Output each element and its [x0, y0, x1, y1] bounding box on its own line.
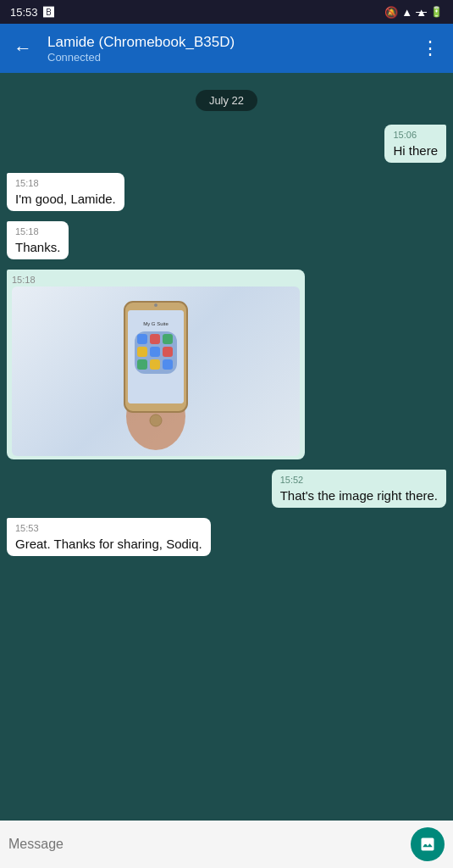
message-time: 15:53 [15, 523, 202, 533]
message-time: 15:18 [12, 275, 300, 285]
contact-name: Lamide (Chromebook_B35D) [47, 34, 406, 51]
message-text: I'm good, Lamide. [15, 190, 116, 208]
status-right: 🔕 ▲ ▲ 🔋 [384, 6, 443, 19]
message-bubble-received: 15:18 Thanks. [7, 221, 69, 259]
svg-rect-11 [137, 359, 147, 370]
svg-rect-12 [150, 359, 160, 370]
app-bar: ← Lamide (Chromebook_B35D) Connected ⋮ [0, 24, 453, 73]
message-text: That's the image right there. [280, 487, 438, 504]
chat-area: July 22 15:06 Hi there 15:18 I'm good, L… [0, 73, 453, 821]
svg-rect-9 [150, 347, 160, 357]
date-badge: July 22 [196, 90, 257, 111]
contact-status: Connected [47, 51, 406, 64]
bluetooth-icon: 🅱 [43, 6, 54, 19]
date-separator: July 22 [7, 90, 446, 111]
status-time: 15:53 [10, 6, 38, 19]
message-time: 15:52 [280, 475, 438, 485]
message-row: 15:52 That's the image right there. [7, 470, 446, 508]
phone-illustration: My G Suite [109, 293, 202, 450]
more-options-button[interactable]: ⋮ [417, 34, 443, 63]
message-bubble-sent: 15:06 Hi there [384, 125, 446, 163]
svg-rect-5 [137, 334, 147, 344]
image-icon [419, 836, 436, 853]
status-left: 15:53 🅱 [10, 6, 54, 19]
svg-rect-7 [163, 334, 173, 344]
status-bar: 15:53 🅱 🔕 ▲ ▲ 🔋 [0, 0, 453, 24]
message-row: 15:18 I'm good, Lamide. [7, 173, 446, 211]
message-text: Great. Thanks for sharing, Sodiq. [15, 535, 202, 553]
svg-rect-10 [163, 347, 173, 357]
svg-point-15 [150, 415, 162, 426]
svg-text:My G Suite: My G Suite [143, 321, 168, 326]
message-row: 15:53 Great. Thanks for sharing, Sodiq. [7, 518, 446, 556]
contact-info: Lamide (Chromebook_B35D) Connected [47, 34, 406, 64]
message-row: 15:18 [7, 270, 446, 459]
svg-rect-13 [163, 359, 173, 370]
message-time: 15:18 [15, 226, 60, 236]
message-bubble-received: 15:18 I'm good, Lamide. [7, 173, 124, 211]
send-image-button[interactable] [411, 827, 445, 861]
svg-rect-6 [150, 334, 160, 344]
message-bubble-image: 15:18 [7, 270, 305, 459]
back-button[interactable]: ← [10, 34, 36, 63]
message-text: Thanks. [15, 238, 60, 256]
message-bubble-sent: 15:52 That's the image right there. [272, 470, 446, 508]
svg-point-16 [154, 303, 157, 307]
message-input[interactable] [8, 828, 404, 860]
wifi-icon: ▲ [401, 6, 412, 19]
message-bubble-received: 15:53 Great. Thanks for sharing, Sodiq. [7, 518, 211, 556]
battery-icon: 🔋 [430, 6, 443, 18]
message-time: 15:06 [393, 130, 438, 140]
input-bar [0, 821, 453, 868]
message-row: 15:18 Thanks. [7, 221, 446, 259]
message-row: 15:06 Hi there [7, 125, 446, 163]
chat-image[interactable]: My G Suite [12, 287, 300, 456]
signal-icon: ▲ [416, 6, 427, 19]
message-time: 15:18 [15, 178, 116, 188]
message-text: Hi there [393, 142, 438, 159]
notifications-off-icon: 🔕 [384, 6, 398, 19]
svg-rect-8 [137, 347, 147, 357]
